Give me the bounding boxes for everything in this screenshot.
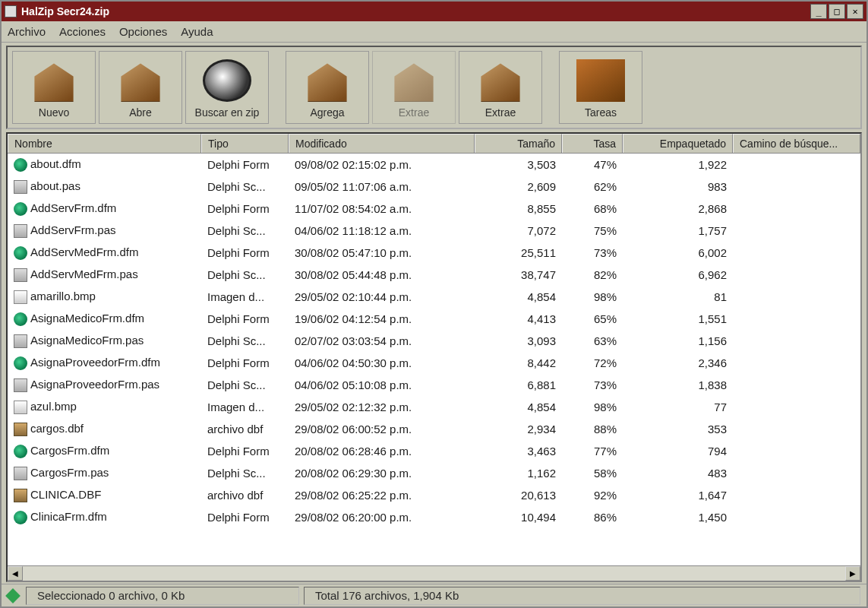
cell-mod: 02/07/02 03:03:54 p.m.	[289, 333, 475, 349]
file-name: CargosFrm.dfm	[30, 444, 109, 457]
toolbar-nuevo[interactable]: Nuevo	[12, 51, 96, 124]
file-row[interactable]: CLINICA.DBFarchivo dbf29/08/02 06:25:22 …	[8, 484, 860, 506]
cell-tipo: Delphi Form	[201, 157, 289, 173]
cell-tam: 38,747	[475, 267, 562, 283]
statusbar: Seleccionado 0 archivo, 0 Kb Total 176 a…	[2, 584, 866, 606]
file-row[interactable]: AsignaMedicoFrm.dfmDelphi Form19/06/02 0…	[8, 308, 860, 330]
cell-tam: 4,413	[475, 311, 562, 327]
menu-acciones[interactable]: Acciones	[59, 25, 106, 38]
cell-tam: 1,162	[475, 465, 562, 481]
file-name: CargosFrm.pas	[30, 466, 109, 479]
source-file-icon	[14, 268, 27, 282]
scroll-right-icon[interactable]: ▶	[845, 566, 860, 581]
close-button[interactable]: ✕	[847, 4, 863, 19]
app-icon	[5, 5, 17, 17]
header-tasa[interactable]: Tasa	[562, 134, 623, 153]
cell-mod: 11/07/02 08:54:02 a.m.	[289, 201, 475, 217]
cell-tasa: 75%	[562, 223, 623, 239]
file-row[interactable]: AddServFrm.pasDelphi Sc...04/06/02 11:18…	[8, 220, 860, 242]
cell-tam: 3,463	[475, 443, 562, 459]
maximize-button[interactable]: □	[829, 4, 845, 19]
toolbar-label: Agrega	[310, 106, 344, 119]
cell-emp: 1,551	[623, 311, 733, 327]
file-row[interactable]: AddServFrm.dfmDelphi Form11/07/02 08:54:…	[8, 198, 860, 220]
file-name: AsignaProveedorFrm.dfm	[30, 356, 160, 369]
cell-camino	[733, 340, 860, 343]
file-name: about.pas	[30, 179, 80, 192]
cell-tasa: 58%	[562, 465, 623, 481]
cell-tasa: 88%	[562, 421, 623, 437]
cell-tasa: 65%	[562, 311, 623, 327]
file-rows: about.dfmDelphi Form09/08/02 02:15:02 p.…	[8, 154, 860, 565]
file-row[interactable]: about.dfmDelphi Form09/08/02 02:15:02 p.…	[8, 154, 860, 176]
app-window: HalZip Secr24.zip _ □ ✕ Archivo Acciones…	[0, 0, 868, 608]
toolbar-extrae[interactable]: Extrae	[459, 51, 542, 124]
cell-emp: 983	[623, 179, 733, 195]
menu-opciones[interactable]: Opciones	[119, 25, 167, 38]
cell-tasa: 63%	[562, 333, 623, 349]
cell-tam: 6,881	[475, 377, 562, 393]
file-row[interactable]: about.pasDelphi Sc...09/05/02 11:07:06 a…	[8, 176, 860, 198]
form-file-icon	[14, 158, 27, 172]
cell-tipo: archivo dbf	[201, 421, 289, 437]
cell-tam: 20,613	[475, 487, 562, 503]
cell-tam: 2,934	[475, 421, 562, 437]
cell-mod: 20/08/02 06:29:30 p.m.	[289, 465, 475, 481]
cell-emp: 1,647	[623, 487, 733, 503]
cell-camino	[733, 207, 860, 211]
toolbar-tareas[interactable]: Tareas	[559, 51, 642, 124]
cell-tam: 7,072	[475, 223, 562, 239]
toolbar-label: Extrae	[399, 106, 429, 119]
minimize-button[interactable]: _	[810, 4, 827, 19]
form-file-icon	[14, 356, 27, 370]
cell-mod: 04/06/02 11:18:12 a.m.	[289, 223, 475, 239]
toolbar-abre[interactable]: Abre	[99, 51, 182, 124]
cell-tipo: Delphi Form	[201, 509, 289, 525]
header-tipo[interactable]: Tipo	[201, 134, 289, 153]
window-title: HalZip Secr24.zip	[21, 5, 810, 17]
toolbar-label: Buscar en zip	[195, 106, 260, 119]
cell-tasa: 72%	[562, 355, 623, 371]
scroll-left-icon[interactable]: ◀	[8, 566, 23, 581]
file-row[interactable]: AddServMedFrm.dfmDelphi Form30/08/02 05:…	[8, 242, 860, 264]
cell-emp: 1,757	[623, 223, 733, 239]
header-modificado[interactable]: Modificado	[289, 134, 475, 153]
toolbar-agrega[interactable]: Agrega	[286, 51, 369, 124]
cell-camino	[733, 362, 860, 365]
cell-tasa: 86%	[562, 509, 623, 525]
header-nombre[interactable]: Nombre	[8, 134, 201, 153]
form-file-icon	[14, 511, 27, 524]
box-open-icon	[116, 59, 165, 102]
cell-emp: 2,346	[623, 355, 733, 371]
file-name: AsignaMedicoFrm.dfm	[30, 312, 144, 325]
file-row[interactable]: ClinicaFrm.dfmDelphi Form29/08/02 06:20:…	[8, 506, 860, 528]
toolbar-buscar-en-zip[interactable]: Buscar en zip	[185, 51, 269, 124]
file-row[interactable]: AsignaProveedorFrm.dfmDelphi Form04/06/0…	[8, 352, 860, 374]
header-camino[interactable]: Camino de búsque...	[733, 134, 860, 153]
cell-emp: 81	[623, 289, 733, 305]
cell-tam: 3,093	[475, 333, 562, 349]
file-row[interactable]: AddServMedFrm.pasDelphi Sc...30/08/02 05…	[8, 264, 860, 286]
menu-archivo[interactable]: Archivo	[8, 25, 46, 38]
header-tamano[interactable]: Tamaño	[475, 134, 562, 153]
cell-tasa: 98%	[562, 399, 623, 415]
cell-emp: 2,868	[623, 201, 733, 217]
dbf-file-icon	[14, 489, 27, 502]
box-new-icon	[30, 59, 78, 102]
file-row[interactable]: AsignaMedicoFrm.pasDelphi Sc...02/07/02 …	[8, 330, 860, 352]
file-row[interactable]: CargosFrm.dfmDelphi Form20/08/02 06:28:4…	[8, 440, 860, 462]
file-row[interactable]: cargos.dbfarchivo dbf29/08/02 06:00:52 p…	[8, 418, 860, 440]
source-file-icon	[14, 378, 27, 392]
file-row[interactable]: amarillo.bmpImagen d...29/05/02 02:10:44…	[8, 286, 860, 308]
horizontal-scrollbar[interactable]: ◀ ▶	[8, 565, 860, 581]
file-row[interactable]: CargosFrm.pasDelphi Sc...20/08/02 06:29:…	[8, 462, 860, 484]
scroll-track[interactable]	[23, 566, 845, 581]
file-row[interactable]: azul.bmpImagen d...29/05/02 02:12:32 p.m…	[8, 396, 860, 418]
header-empaquetado[interactable]: Empaquetado	[623, 134, 733, 153]
source-file-icon	[14, 224, 27, 238]
file-name: CLINICA.DBF	[30, 488, 101, 501]
cell-tasa: 68%	[562, 201, 623, 217]
file-row[interactable]: AsignaProveedorFrm.pasDelphi Sc...04/06/…	[8, 374, 860, 396]
menu-ayuda[interactable]: Ayuda	[181, 25, 213, 38]
cell-tam: 4,854	[475, 399, 562, 415]
